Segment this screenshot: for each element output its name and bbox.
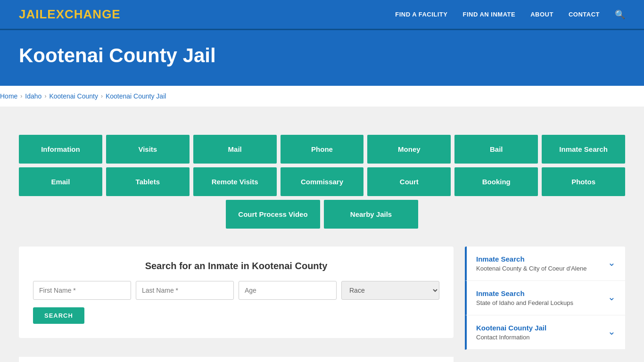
page-title: Kootenai County Jail — [19, 44, 625, 67]
tile-phone[interactable]: Phone — [281, 135, 364, 164]
hero-section: Kootenai County Jail — [0, 30, 644, 86]
tiles-row-2: Email Tablets Remote Visits Commissary C… — [19, 167, 625, 196]
search-title: Search for an Inmate in Kootenai County — [33, 261, 439, 272]
sidebar-card-title-1: Inmate Search — [476, 289, 573, 297]
chevron-down-icon-1: ⌄ — [608, 291, 616, 303]
tile-booking[interactable]: Booking — [454, 167, 538, 196]
tile-bail[interactable]: Bail — [454, 135, 538, 164]
search-button[interactable]: SEARCH — [33, 307, 84, 324]
breadcrumb-idaho[interactable]: Idaho — [25, 92, 41, 100]
sidebar-card-text-0: Inmate Search Kootenai County & City of … — [476, 255, 586, 272]
nav-contact[interactable]: CONTACT — [569, 11, 600, 18]
last-name-input[interactable] — [136, 281, 234, 300]
breadcrumb-sep-3: › — [101, 93, 103, 99]
tile-court-process-video[interactable]: Court Process Video — [226, 200, 320, 229]
sidebar-card-subtitle-2: Contact Information — [476, 334, 546, 341]
tile-tablets[interactable]: Tablets — [106, 167, 190, 196]
tiles-section: Information Visits Mail Phone Money Bail… — [19, 125, 625, 242]
tile-information[interactable]: Information — [19, 135, 102, 164]
race-select[interactable]: Race — [341, 281, 439, 300]
sidebar-card-subtitle-0: Kootenai County & City of Coeur d'Alene — [476, 265, 586, 272]
search-form: Race — [33, 281, 439, 300]
nav-about[interactable]: ABOUT — [530, 11, 553, 18]
tile-nearby-jails[interactable]: Nearby Jails — [324, 200, 418, 229]
site-logo[interactable]: JAILEXCHANGE — [19, 7, 121, 22]
sidebar-card-text-1: Inmate Search State of Idaho and Federal… — [476, 289, 573, 306]
nav-find-facility[interactable]: FIND A FACILITY — [395, 11, 447, 18]
tile-inmate-search[interactable]: Inmate Search — [542, 135, 625, 164]
tile-email[interactable]: Email — [19, 167, 102, 196]
tiles-row-3: Court Process Video Nearby Jails — [19, 200, 625, 229]
breadcrumb-sep-2: › — [44, 93, 46, 99]
sidebar-card-title-0: Inmate Search — [476, 255, 586, 263]
info-section: Kootenai County Jail Information — [19, 357, 454, 362]
breadcrumb-kootenai-county[interactable]: Kootenai County — [49, 92, 98, 100]
sidebar-card-0[interactable]: Inmate Search Kootenai County & City of … — [465, 247, 625, 281]
main-nav: FIND A FACILITY FIND AN INMATE ABOUT CON… — [395, 9, 625, 20]
tile-court[interactable]: Court — [367, 167, 451, 196]
sidebar-card-title-2: Kootenai County Jail — [476, 324, 546, 332]
tile-mail[interactable]: Mail — [193, 135, 277, 164]
sidebar-card-2[interactable]: Kootenai County Jail Contact Information… — [465, 315, 625, 350]
site-header: JAILEXCHANGE FIND A FACILITY FIND AN INM… — [0, 0, 644, 30]
tile-money[interactable]: Money — [367, 135, 451, 164]
main-container: Information Visits Mail Phone Money Bail… — [0, 116, 644, 362]
bottom-section: Search for an Inmate in Kootenai County … — [19, 247, 625, 362]
tile-commissary[interactable]: Commissary — [281, 167, 364, 196]
search-icon[interactable]: 🔍 — [615, 9, 625, 20]
logo-jail: JAIL — [19, 7, 47, 21]
breadcrumb-current: Kootenai County Jail — [106, 92, 166, 100]
age-input[interactable] — [239, 281, 337, 300]
nav-find-inmate[interactable]: FIND AN INMATE — [462, 11, 515, 18]
first-name-input[interactable] — [33, 281, 131, 300]
tile-remote-visits[interactable]: Remote Visits — [193, 167, 277, 196]
breadcrumb-sep-1: › — [20, 93, 22, 99]
breadcrumb: Home › Idaho › Kootenai County › Kootena… — [0, 86, 644, 107]
tile-visits[interactable]: Visits — [106, 135, 190, 164]
search-panel: Search for an Inmate in Kootenai County … — [19, 247, 454, 338]
logo-exchange: EXCHANGE — [47, 7, 120, 21]
chevron-down-icon-0: ⌄ — [608, 257, 616, 268]
breadcrumb-home[interactable]: Home — [0, 92, 17, 100]
sidebar-card-1[interactable]: Inmate Search State of Idaho and Federal… — [465, 281, 625, 315]
sidebar: Inmate Search Kootenai County & City of … — [465, 247, 625, 362]
tiles-row-1: Information Visits Mail Phone Money Bail… — [19, 135, 625, 164]
tile-photos[interactable]: Photos — [542, 167, 625, 196]
sidebar-card-text-2: Kootenai County Jail Contact Information — [476, 324, 546, 341]
chevron-down-icon-2: ⌄ — [608, 326, 616, 337]
sidebar-card-subtitle-1: State of Idaho and Federal Lockups — [476, 299, 573, 306]
